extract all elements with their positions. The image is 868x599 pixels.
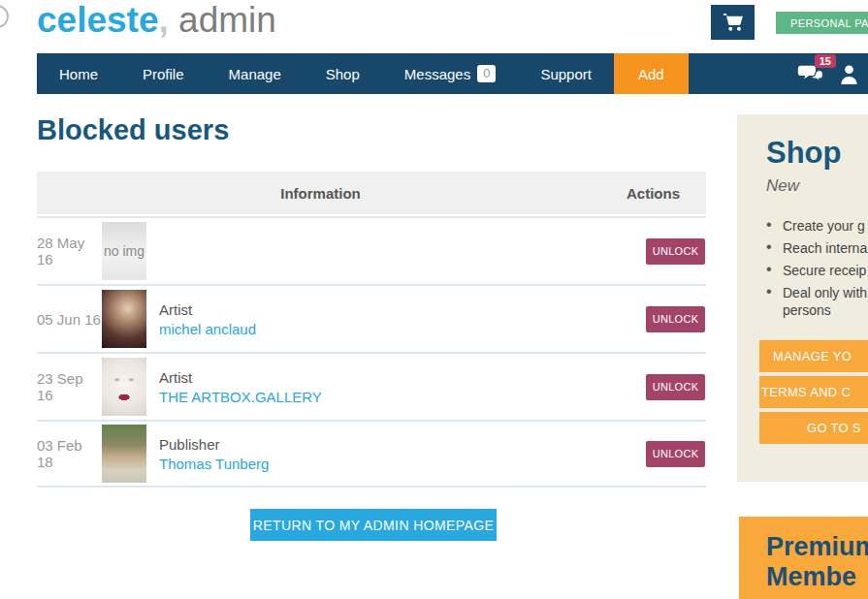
nav-item-profile[interactable]: Profile [120, 53, 207, 94]
cart-button[interactable] [711, 5, 755, 40]
clipped-circle-fragment [0, 5, 9, 28]
nav-item-home[interactable]: Home [37, 53, 120, 94]
table-row: 03 Feb 18 Publisher Thomas Tunberg UNLOC… [37, 420, 706, 488]
nav-item-manage[interactable]: Manage [207, 53, 304, 94]
chat-button[interactable]: 15 [797, 63, 824, 84]
avatar-placeholder: no img [102, 222, 146, 280]
blocked-users-table: Information Actions 28 May 16 no img UNL… [37, 172, 706, 488]
user-info: Artist michel anclaud [159, 301, 256, 337]
nav-item-messages[interactable]: Messages 0 [382, 53, 519, 94]
unlock-button[interactable]: UNLOCK [646, 441, 705, 467]
personal-page-button[interactable]: PERSONAL PAGE [776, 12, 868, 34]
list-item: Deal only with persons [766, 284, 868, 319]
cart-icon [723, 13, 744, 32]
go-to-shop-button[interactable]: GO TO S [759, 412, 868, 444]
table-header: Information Actions [37, 172, 706, 214]
user-info: Publisher Thomas Tunberg [159, 436, 269, 472]
terms-conditions-button[interactable]: TERMS AND C [759, 376, 868, 408]
messages-count-badge: 0 [477, 65, 496, 82]
manage-shop-button[interactable]: MANAGE YO [759, 340, 868, 372]
shop-panel-title: Shop [766, 136, 868, 171]
user-name-link[interactable]: THE ARTBOX.GALLERY [159, 389, 322, 405]
brand-suffix: admin [169, 0, 276, 40]
premium-membership-banner[interactable]: Premium Membe [739, 517, 868, 599]
shop-benefits-list: Create your g Reach interna Secure recei… [766, 217, 868, 319]
blocked-date: 23 Sep 16 [37, 370, 102, 403]
nav-icons: 15 [797, 53, 868, 94]
account-button[interactable] [840, 64, 858, 84]
user-name-link[interactable]: michel anclaud [159, 321, 256, 337]
premium-line2: Membe [766, 562, 868, 592]
list-item: Reach interna [766, 239, 868, 257]
table-row: 05 Jun 16 Artist michel anclaud UNLOCK [37, 284, 706, 352]
chat-count-badge: 15 [815, 54, 836, 68]
brand-name: celeste [37, 0, 159, 40]
user-name-link[interactable]: Thomas Tunberg [159, 456, 269, 472]
list-item: Secure receip [766, 262, 868, 279]
column-header-information: Information [37, 185, 585, 202]
column-header-actions: Actions [585, 185, 706, 202]
user-role: Artist [159, 369, 322, 386]
unlock-button[interactable]: UNLOCK [646, 306, 705, 332]
user-info: Artist THE ARTBOX.GALLERY [159, 369, 322, 405]
table-row: 28 May 16 no img UNLOCK [37, 216, 706, 284]
page: celeste, admin PERSONAL PAGE Home Profil… [0, 0, 868, 599]
nav-item-shop[interactable]: Shop [304, 53, 382, 94]
page-title: Blocked users [37, 114, 229, 146]
list-item: Create your g [766, 217, 868, 235]
user-role: Artist [159, 301, 256, 318]
table-row: 23 Sep 16 Artist THE ARTBOX.GALLERY UNLO… [37, 352, 706, 420]
main-nav: Home Profile Manage Shop Messages 0 Supp… [37, 53, 868, 94]
brand-comma: , [159, 0, 169, 40]
blocked-date: 28 May 16 [37, 235, 102, 268]
user-icon [840, 64, 858, 84]
avatar [102, 425, 146, 483]
premium-line1: Premium [766, 532, 868, 562]
unlock-button[interactable]: UNLOCK [646, 374, 705, 400]
nav-spacer [689, 53, 797, 94]
nav-item-support[interactable]: Support [518, 53, 614, 94]
return-admin-homepage-button[interactable]: RETURN TO MY ADMIN HOMEPAGE [250, 509, 497, 541]
avatar [102, 358, 146, 416]
blocked-date: 05 Jun 16 [37, 311, 102, 328]
blocked-date: 03 Feb 18 [37, 437, 102, 470]
shop-buttons: MANAGE YO TERMS AND C GO TO S [759, 340, 868, 444]
shop-panel: Shop New Create your g Reach interna Sec… [737, 114, 868, 482]
avatar [102, 290, 146, 348]
unlock-button[interactable]: UNLOCK [646, 238, 705, 265]
shop-panel-subtitle: New [766, 176, 868, 196]
user-role: Publisher [159, 436, 269, 453]
brand-logo[interactable]: celeste, admin [37, 0, 276, 41]
nav-item-add[interactable]: Add [614, 53, 689, 94]
